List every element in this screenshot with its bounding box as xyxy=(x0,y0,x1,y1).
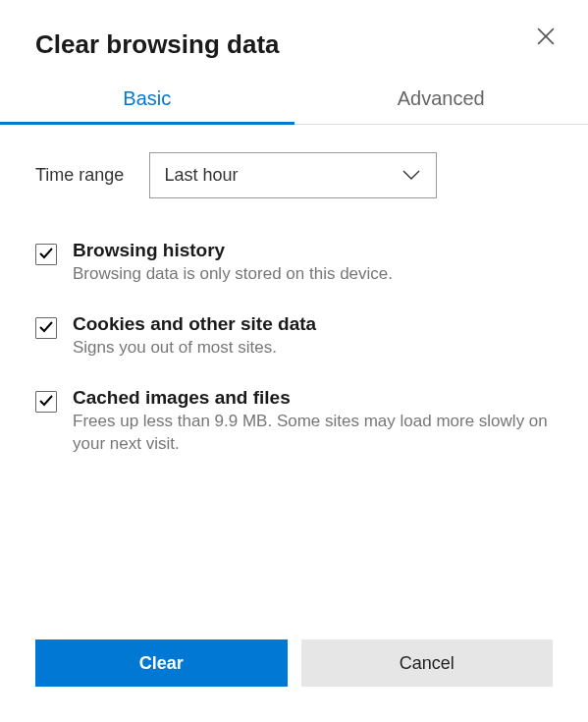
time-range-row: Time range Last hour xyxy=(35,152,553,198)
dialog-title: Clear browsing data xyxy=(35,29,280,60)
clear-browsing-data-dialog: Clear browsing data Basic Advanced Time … xyxy=(0,0,588,722)
spacer xyxy=(35,456,553,639)
option-desc: Signs you out of most sites. xyxy=(73,337,553,360)
chevron-down-icon xyxy=(402,167,420,185)
option-desc: Frees up less than 9.9 MB. Some sites ma… xyxy=(73,411,553,456)
close-icon xyxy=(537,28,555,45)
clear-button[interactable]: Clear xyxy=(35,639,288,687)
option-texts: Browsing history Browsing data is only s… xyxy=(73,240,553,286)
option-list: Browsing history Browsing data is only s… xyxy=(35,240,553,456)
time-range-label: Time range xyxy=(35,165,124,186)
checkmark-icon xyxy=(39,393,53,411)
cancel-button[interactable]: Cancel xyxy=(301,639,554,687)
option-title: Cookies and other site data xyxy=(73,313,553,335)
tab-basic[interactable]: Basic xyxy=(0,87,294,124)
option-desc: Browsing data is only stored on this dev… xyxy=(73,263,553,286)
checkbox-cache[interactable] xyxy=(35,391,57,413)
tab-bar: Basic Advanced xyxy=(0,87,588,125)
close-button[interactable] xyxy=(533,24,559,49)
checkmark-icon xyxy=(39,246,53,263)
tab-advanced[interactable]: Advanced xyxy=(294,87,589,124)
dialog-header: Clear browsing data xyxy=(35,29,553,60)
checkbox-browsing-history[interactable] xyxy=(35,244,57,265)
time-range-value: Last hour xyxy=(164,165,238,186)
option-texts: Cookies and other site data Signs you ou… xyxy=(73,313,553,360)
option-title: Browsing history xyxy=(73,240,553,261)
option-cookies: Cookies and other site data Signs you ou… xyxy=(35,313,553,360)
time-range-select[interactable]: Last hour xyxy=(149,152,437,198)
option-browsing-history: Browsing history Browsing data is only s… xyxy=(35,240,553,286)
option-title: Cached images and files xyxy=(73,387,553,409)
checkbox-cookies[interactable] xyxy=(35,317,57,339)
option-texts: Cached images and files Frees up less th… xyxy=(73,387,553,456)
option-cache: Cached images and files Frees up less th… xyxy=(35,387,553,456)
checkmark-icon xyxy=(39,319,53,337)
dialog-footer: Clear Cancel xyxy=(35,639,553,687)
